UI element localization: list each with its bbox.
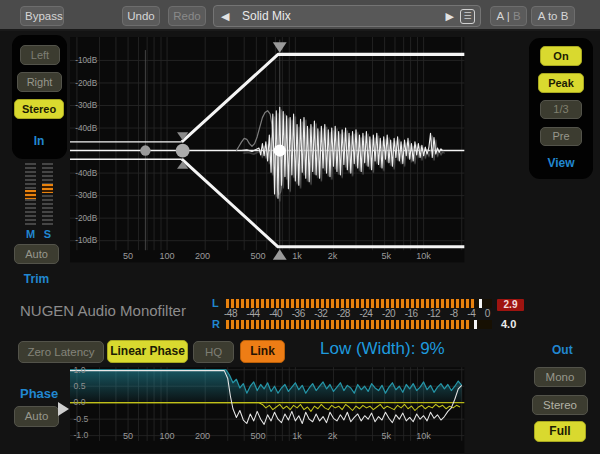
svg-text:1k: 1k — [292, 431, 302, 441]
svg-text:-30dB: -30dB — [75, 101, 97, 110]
side-trim-meter[interactable] — [42, 163, 53, 225]
svg-text:-20dB: -20dB — [75, 79, 97, 88]
svg-text:50: 50 — [123, 251, 133, 261]
right-level-fill — [226, 320, 470, 329]
phase-pointer-icon[interactable] — [58, 402, 69, 416]
view-third-octave-button[interactable]: 1/3 — [540, 100, 582, 119]
meter-scale-value: -12 — [427, 308, 440, 319]
svg-text:50: 50 — [123, 431, 133, 441]
svg-text:500: 500 — [250, 431, 265, 441]
meter-scale-value: -8 — [450, 308, 458, 319]
meter-scale-value: -24 — [359, 308, 372, 319]
monofilter-plugin-window: Bypass Undo Redo ◀ Solid Mix ▶ ☰ A | B A… — [0, 0, 600, 454]
preset-selector[interactable]: ◀ Solid Mix ▶ ☰ — [213, 5, 481, 27]
svg-text:2k: 2k — [328, 251, 338, 261]
svg-text:200: 200 — [195, 431, 210, 441]
a-to-b-button[interactable]: A to B — [531, 6, 575, 26]
right-peak-marker — [474, 320, 477, 329]
side-meter-label: S — [42, 228, 53, 240]
ab-compare-button[interactable]: A | B — [490, 6, 527, 26]
left-level-meter — [226, 299, 492, 308]
meter-scale-value: -28 — [337, 308, 350, 319]
svg-text:10k: 10k — [416, 431, 431, 441]
svg-text:500: 500 — [250, 251, 265, 261]
svg-text:-1.0: -1.0 — [73, 430, 88, 440]
phase-graph[interactable]: 501002005001k2k5k10k1.00.50.0-0.5-1.0 — [70, 367, 525, 454]
side-trim-level — [42, 184, 53, 193]
svg-text:-20dB: -20dB — [75, 214, 97, 223]
svg-text:-10dB: -10dB — [75, 56, 97, 65]
view-on-button[interactable]: On — [540, 46, 582, 66]
out-stereo-button[interactable]: Stereo — [532, 395, 588, 415]
brand-title: NUGEN Audio Monofilter — [20, 302, 186, 319]
preset-prev-icon[interactable]: ◀ — [221, 6, 229, 26]
svg-text:1.0: 1.0 — [73, 367, 85, 375]
left-level-fill — [226, 299, 475, 308]
redo-button[interactable]: Redo — [168, 6, 206, 26]
left-peak-value: 2.9 — [497, 299, 524, 311]
svg-text:-0.5: -0.5 — [73, 414, 88, 424]
mid-trim-meter[interactable] — [25, 163, 36, 225]
svg-text:-40dB: -40dB — [75, 169, 97, 178]
parameter-readout: Low (Width): 9% — [320, 339, 445, 359]
undo-button[interactable]: Undo — [122, 6, 160, 26]
meter-scale-value: -36 — [292, 308, 305, 319]
meter-scale: -48 -44 -40 -36 -32 -28 -24 -20 -16 -12 … — [224, 308, 490, 319]
view-panel-label: View — [540, 156, 582, 170]
frequency-graph[interactable]: 501002005001k2k5k10k-10dB-20dB-30dB-40dB… — [70, 35, 525, 293]
bypass-button[interactable]: Bypass — [20, 6, 64, 26]
ab-inactive-label: B — [513, 10, 521, 22]
left-meter-label: L — [212, 297, 219, 309]
out-mono-button[interactable]: Mono — [534, 367, 586, 387]
ab-active-label: A | — [496, 10, 509, 22]
linear-phase-button[interactable]: Linear Phase — [107, 340, 188, 363]
svg-text:5k: 5k — [382, 431, 392, 441]
meter-scale-value: -20 — [382, 308, 395, 319]
meter-scale-value: -16 — [405, 308, 418, 319]
view-peak-button[interactable]: Peak — [538, 73, 584, 93]
mid-trim-level — [25, 190, 36, 199]
svg-text:100: 100 — [159, 251, 174, 261]
view-pre-button[interactable]: Pre — [540, 127, 582, 146]
title-bar: Bypass Undo Redo ◀ Solid Mix ▶ ☰ A | B A… — [0, 0, 600, 31]
input-stereo-button[interactable]: Stereo — [14, 99, 64, 119]
svg-text:100: 100 — [159, 431, 174, 441]
trim-label: Trim — [14, 272, 59, 286]
right-meter-label: R — [212, 318, 220, 330]
svg-text:5k: 5k — [382, 251, 392, 261]
meter-scale-value: -44 — [247, 308, 260, 319]
left-peak-marker — [479, 299, 482, 308]
svg-text:-40dB: -40dB — [75, 124, 97, 133]
svg-text:-10dB: -10dB — [75, 236, 97, 245]
out-panel-label: Out — [552, 343, 573, 357]
input-left-button[interactable]: Left — [20, 45, 60, 65]
svg-text:-30dB: -30dB — [75, 191, 97, 200]
svg-text:0.5: 0.5 — [73, 381, 85, 391]
svg-text:0.0: 0.0 — [73, 397, 85, 407]
preset-next-icon[interactable]: ▶ — [446, 6, 454, 26]
svg-text:2k: 2k — [328, 431, 338, 441]
zero-latency-button[interactable]: Zero Latency — [18, 341, 104, 363]
meter-scale-value: 0 — [485, 308, 490, 319]
link-button[interactable]: Link — [240, 340, 285, 363]
mid-meter-label: M — [25, 228, 36, 240]
input-panel-label: In — [14, 134, 64, 148]
meter-scale-value: -48 — [224, 308, 237, 319]
preset-name: Solid Mix — [242, 6, 291, 26]
trim-auto-button[interactable]: Auto — [14, 244, 59, 264]
svg-text:10k: 10k — [416, 251, 431, 261]
input-right-button[interactable]: Right — [17, 72, 62, 92]
svg-text:200: 200 — [195, 251, 210, 261]
svg-text:1k: 1k — [292, 251, 302, 261]
hq-button[interactable]: HQ — [193, 341, 234, 363]
right-level-meter — [226, 320, 492, 329]
out-full-button[interactable]: Full — [534, 421, 586, 442]
phase-label: Phase — [20, 386, 58, 401]
meter-scale-value: -32 — [314, 308, 327, 319]
preset-menu-icon[interactable]: ☰ — [460, 9, 475, 24]
meter-scale-value: -4 — [467, 308, 475, 319]
phase-auto-button[interactable]: Auto — [14, 406, 59, 427]
right-peak-value: 4.0 — [501, 318, 516, 330]
meter-scale-value: -40 — [269, 308, 282, 319]
